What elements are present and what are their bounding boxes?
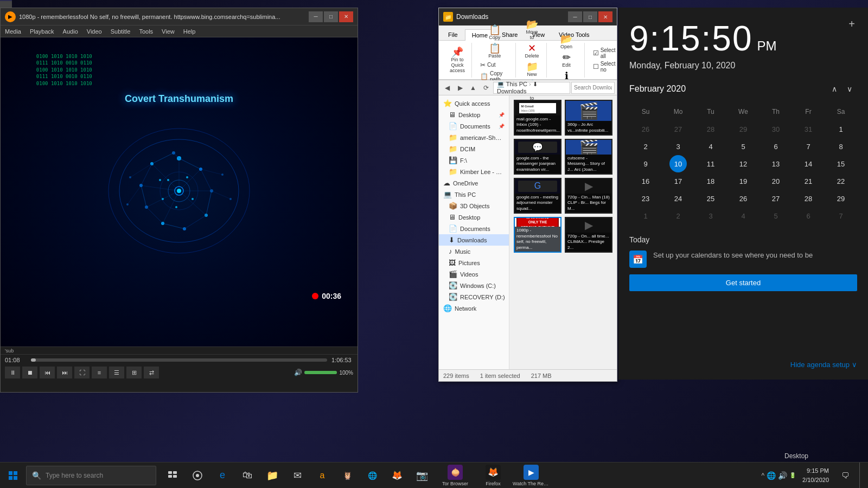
vlc-menu-help[interactable]: Help — [181, 28, 198, 35]
cal-cell-28[interactable]: 28 — [800, 190, 817, 207]
vlc-menu-tools[interactable]: Tools — [137, 28, 155, 35]
cal-next-btn[interactable]: ∨ — [842, 81, 857, 97]
cal-cell-13[interactable]: 13 — [767, 155, 784, 172]
cal-cell-26-prev[interactable]: 26 — [637, 120, 654, 138]
camera-btn[interactable]: 📷 — [410, 463, 434, 489]
cal-cell-14[interactable]: 14 — [800, 155, 817, 172]
cal-cell-2[interactable]: 2 — [637, 138, 654, 155]
fe-selectnone-btn[interactable]: ☐ Select no — [591, 60, 617, 73]
fe-file-5[interactable]: ▶ 720p - Cin... Man (18) CLIP - Br... Be… — [565, 178, 612, 214]
edge-btn[interactable]: e — [210, 463, 234, 489]
tor-tb-btn[interactable]: 🌐 — [360, 463, 384, 489]
fe-moveto-btn[interactable]: 📂 Move to — [522, 18, 542, 41]
cal-cell-27-prev[interactable]: 27 — [669, 120, 687, 138]
cal-cell-3[interactable]: 3 — [669, 138, 687, 155]
notification-center-btn[interactable]: 🗨 — [833, 463, 857, 489]
vlc-stop-btn[interactable]: ⏹ — [22, 367, 37, 378]
fe-sidebar-quick-access[interactable]: ⭐ Quick access — [439, 98, 509, 109]
fe-sidebar-downloads[interactable]: ⬇ Downloads — [439, 234, 509, 246]
vlc-video-area[interactable]: 0100 1010 1010 1010 0111 1010 0010 0110 … — [1, 37, 358, 346]
vlc-extend-btn[interactable]: ⊞ — [126, 367, 142, 378]
cal-cell-18[interactable]: 18 — [702, 172, 719, 190]
fe-copy-btn[interactable]: 📋 Copy — [485, 24, 505, 41]
cal-cell-20[interactable]: 20 — [767, 172, 784, 190]
tripadvisor-btn[interactable]: 🦉 — [335, 463, 359, 489]
fe-file-0[interactable]: M Gmail Inbox (109) noselfnofreewillp...… — [514, 100, 561, 136]
fe-sidebar-fdrive[interactable]: 💾 F:\ — [439, 155, 509, 166]
taskbar-app-tor[interactable]: 🧅 Tor Browser — [436, 463, 474, 489]
cal-cell-27[interactable]: 27 — [767, 190, 784, 207]
cal-cell-6-next[interactable]: 6 — [800, 207, 817, 224]
add-event-btn[interactable]: + — [844, 16, 859, 31]
vlc-prev-btn[interactable]: ⏮ — [40, 367, 55, 378]
cal-cell-16[interactable]: 16 — [637, 172, 654, 190]
vlc-playlist-btn[interactable]: ☰ — [109, 367, 124, 378]
cal-cell-26[interactable]: 26 — [735, 190, 752, 207]
cal-cell-12[interactable]: 12 — [735, 155, 752, 172]
vlc-menu-subtitle[interactable]: Subtitle — [108, 28, 133, 35]
cal-cell-4[interactable]: 4 — [702, 138, 719, 155]
fe-delete-btn[interactable]: ✕ Delete — [522, 42, 542, 60]
store-btn[interactable]: 🛍 — [235, 463, 259, 489]
cal-cell-1-next[interactable]: 1 — [637, 207, 654, 224]
cal-cell-8[interactable]: 8 — [832, 138, 850, 155]
cal-prev-btn[interactable]: ∧ — [827, 81, 842, 97]
fe-back-btn[interactable]: ◀ — [441, 82, 453, 94]
cal-cell-23[interactable]: 23 — [637, 190, 654, 207]
fe-sidebar-windowsc[interactable]: 💽 Windows (C:) — [439, 280, 509, 291]
cal-cell-22[interactable]: 22 — [832, 172, 850, 190]
mail-btn[interactable]: ✉ — [285, 463, 309, 489]
taskview-btn[interactable] — [161, 463, 184, 489]
fe-sidebar-onedrive[interactable]: ☁ OneDrive — [439, 177, 509, 189]
vlc-play-pause-btn[interactable]: ⏸ — [5, 367, 20, 378]
taskbar-app-redpill[interactable]: ▶ Watch The Red Pill 20... — [512, 463, 550, 489]
show-desktop-btn[interactable] — [859, 463, 864, 489]
fe-new-btn[interactable]: 📁 New — [522, 61, 542, 78]
fe-file-3[interactable]: 🎬 cutscene - Messeng... Story of J... Ar… — [565, 139, 612, 175]
fe-file-2[interactable]: 💬 google.com - the messenger joanjean ex… — [514, 139, 561, 175]
fe-paste-btn[interactable]: 📋 Paste — [485, 42, 505, 60]
cal-cell-29[interactable]: 29 — [832, 190, 850, 207]
start-button[interactable] — [0, 463, 26, 489]
fe-maximize-btn[interactable]: □ — [583, 11, 597, 22]
vlc-volume-bar[interactable] — [304, 371, 337, 374]
tray-chevron-icon[interactable]: ^ — [761, 472, 764, 479]
fe-sidebar-americavr[interactable]: 📁 americavr-Sheridan... — [439, 132, 509, 143]
fe-sidebar-thispc[interactable]: 💻 This PC — [439, 189, 509, 200]
fe-sidebar-documents2[interactable]: 📄 Documents — [439, 223, 509, 234]
volume-tray-icon[interactable]: 🔊 — [778, 471, 787, 480]
fe-tab-file[interactable]: File — [441, 29, 465, 40]
cal-cell-15[interactable]: 15 — [832, 155, 850, 172]
fe-file-6[interactable]: ⚠ WARNINGONLY THESTRONG SURVIVE 1080p - … — [514, 217, 561, 253]
fe-file-7[interactable]: ▶ 720p - On... all time... CLIMAX... Pre… — [565, 217, 612, 253]
cal-cell-1[interactable]: 1 — [832, 120, 850, 138]
cal-cell-29-prev[interactable]: 29 — [735, 120, 752, 138]
cal-cell-4-next[interactable]: 4 — [735, 207, 752, 224]
vlc-menu-audio[interactable]: Audio — [61, 28, 80, 35]
cal-cell-9[interactable]: 9 — [637, 155, 654, 172]
fe-file-1[interactable]: 🎬 360p - Jo Arc vs...infinite possibili.… — [565, 100, 612, 136]
fe-open-btn[interactable]: 📂 Open — [557, 33, 576, 50]
fe-forward-btn[interactable]: ▶ — [454, 82, 466, 94]
cal-cell-5[interactable]: 5 — [735, 138, 752, 155]
fe-sidebar-dcim[interactable]: 📁 DCIM — [439, 143, 509, 155]
cal-cell-30-prev[interactable]: 30 — [767, 120, 784, 138]
vlc-next-btn[interactable]: ⏭ — [57, 367, 72, 378]
cal-cell-3-next[interactable]: 3 — [702, 207, 719, 224]
tray-clock[interactable]: 9:15 PM 2/10/2020 — [800, 466, 831, 484]
vlc-close-btn[interactable]: ✕ — [339, 11, 353, 22]
fe-sidebar-3dobjects[interactable]: 📦 3D Objects — [439, 200, 509, 211]
cal-cell-21[interactable]: 21 — [800, 172, 817, 190]
cal-cell-2-next[interactable]: 2 — [669, 207, 687, 224]
fe-cut-btn[interactable]: ✂ Cut — [478, 61, 511, 69]
cal-cell-11[interactable]: 11 — [702, 155, 719, 172]
vlc-maximize-btn[interactable]: □ — [324, 11, 338, 22]
file-explorer-tb-btn[interactable]: 📁 — [260, 463, 284, 489]
vlc-minimize-btn[interactable]: ─ — [309, 11, 323, 22]
fe-close-btn[interactable]: ✕ — [598, 11, 612, 22]
fe-sidebar-kimber[interactable]: 📁 Kimber Lee - VR Pac — [439, 166, 509, 177]
cal-cell-31-prev[interactable]: 31 — [800, 120, 817, 138]
hide-agenda-btn[interactable]: Hide agenda setup ∨ — [790, 361, 857, 369]
cal-cell-19[interactable]: 19 — [735, 172, 752, 190]
taskbar-search[interactable]: 🔍 Type here to search — [26, 466, 156, 485]
